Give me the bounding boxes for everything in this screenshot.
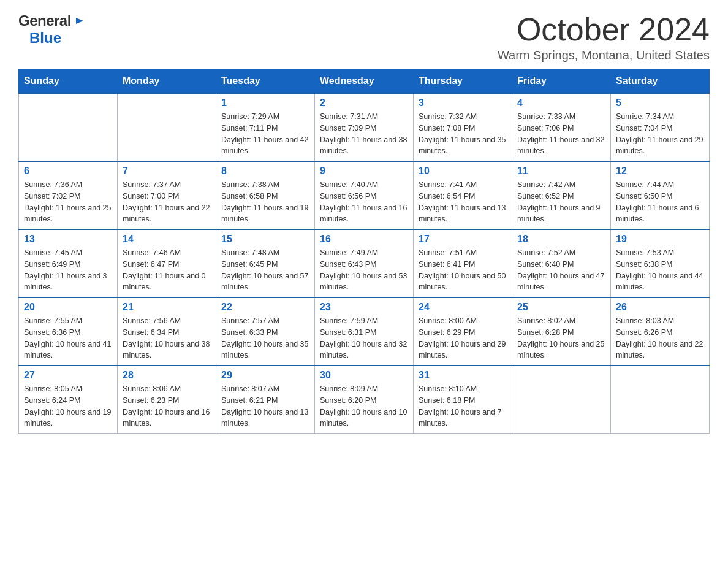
day-number: 16 [320,234,408,245]
location-title: Warm Springs, Montana, United States [498,48,710,63]
day-number: 12 [616,166,704,177]
day-info: Sunrise: 7:46 AMSunset: 6:47 PMDaylight:… [123,247,211,293]
day-info: Sunrise: 7:34 AMSunset: 7:04 PMDaylight:… [616,111,704,157]
day-number: 6 [24,166,112,177]
day-info: Sunrise: 7:41 AMSunset: 6:54 PMDaylight:… [419,179,507,225]
day-info: Sunrise: 7:32 AMSunset: 7:08 PMDaylight:… [419,111,507,157]
day-info: Sunrise: 7:37 AMSunset: 7:00 PMDaylight:… [123,179,211,225]
day-number: 7 [123,166,211,177]
calendar-cell: 15Sunrise: 7:48 AMSunset: 6:45 PMDayligh… [216,229,315,297]
weekday-header-friday: Friday [512,69,611,94]
weekday-header-wednesday: Wednesday [315,69,414,94]
day-info: Sunrise: 7:52 AMSunset: 6:40 PMDaylight:… [517,247,605,293]
weekday-header-monday: Monday [118,69,216,94]
day-info: Sunrise: 7:33 AMSunset: 7:06 PMDaylight:… [517,111,605,157]
logo: General Blue [18,12,85,47]
day-info: Sunrise: 7:29 AMSunset: 7:11 PMDaylight:… [221,111,309,157]
calendar-cell: 13Sunrise: 7:45 AMSunset: 6:49 PMDayligh… [19,229,118,297]
calendar-cell: 7Sunrise: 7:37 AMSunset: 7:00 PMDaylight… [118,161,216,229]
calendar-cell: 8Sunrise: 7:38 AMSunset: 6:58 PMDaylight… [216,161,315,229]
day-number: 24 [419,302,507,313]
day-info: Sunrise: 8:02 AMSunset: 6:28 PMDaylight:… [517,315,605,361]
weekday-header-sunday: Sunday [19,69,118,94]
calendar-cell: 12Sunrise: 7:44 AMSunset: 6:50 PMDayligh… [611,161,710,229]
day-number: 30 [320,370,408,381]
calendar-cell [118,93,216,161]
day-number: 18 [517,234,605,245]
logo-general-text: General [18,12,71,29]
day-info: Sunrise: 7:42 AMSunset: 6:52 PMDaylight:… [517,179,605,225]
weekday-header-tuesday: Tuesday [216,69,315,94]
day-info: Sunrise: 7:40 AMSunset: 6:56 PMDaylight:… [320,179,408,225]
calendar-cell: 3Sunrise: 7:32 AMSunset: 7:08 PMDaylight… [414,93,512,161]
day-info: Sunrise: 8:10 AMSunset: 6:18 PMDaylight:… [419,383,507,429]
calendar-cell: 28Sunrise: 8:06 AMSunset: 6:23 PMDayligh… [118,366,216,434]
week-row-3: 13Sunrise: 7:45 AMSunset: 6:49 PMDayligh… [19,229,710,297]
logo-blue-text: Blue [29,29,61,46]
day-number: 31 [419,370,507,381]
calendar-cell: 4Sunrise: 7:33 AMSunset: 7:06 PMDaylight… [512,93,611,161]
day-number: 1 [221,98,309,109]
calendar-cell: 1Sunrise: 7:29 AMSunset: 7:11 PMDaylight… [216,93,315,161]
week-row-5: 27Sunrise: 8:05 AMSunset: 6:24 PMDayligh… [19,366,710,434]
day-info: Sunrise: 7:57 AMSunset: 6:33 PMDaylight:… [221,315,309,361]
day-info: Sunrise: 7:36 AMSunset: 7:02 PMDaylight:… [24,179,112,225]
calendar-cell: 29Sunrise: 8:07 AMSunset: 6:21 PMDayligh… [216,366,315,434]
week-row-2: 6Sunrise: 7:36 AMSunset: 7:02 PMDaylight… [19,161,710,229]
calendar-cell: 26Sunrise: 8:03 AMSunset: 6:26 PMDayligh… [611,297,710,366]
day-number: 26 [616,302,704,313]
calendar-cell: 27Sunrise: 8:05 AMSunset: 6:24 PMDayligh… [19,366,118,434]
month-title: October 2024 [498,12,710,47]
calendar-cell: 17Sunrise: 7:51 AMSunset: 6:41 PMDayligh… [414,229,512,297]
calendar-table: SundayMondayTuesdayWednesdayThursdayFrid… [18,69,710,434]
day-info: Sunrise: 7:55 AMSunset: 6:36 PMDaylight:… [24,315,112,361]
day-number: 5 [616,98,704,109]
day-number: 19 [616,234,704,245]
calendar-cell [512,366,611,434]
calendar-cell: 16Sunrise: 7:49 AMSunset: 6:43 PMDayligh… [315,229,414,297]
title-block: October 2024 Warm Springs, Montana, Unit… [498,12,710,63]
calendar-cell: 9Sunrise: 7:40 AMSunset: 6:56 PMDaylight… [315,161,414,229]
calendar-cell: 11Sunrise: 7:42 AMSunset: 6:52 PMDayligh… [512,161,611,229]
weekday-header-thursday: Thursday [414,69,512,94]
day-info: Sunrise: 8:09 AMSunset: 6:20 PMDaylight:… [320,383,408,429]
day-number: 28 [123,370,211,381]
day-info: Sunrise: 8:05 AMSunset: 6:24 PMDaylight:… [24,383,112,429]
calendar-cell: 2Sunrise: 7:31 AMSunset: 7:09 PMDaylight… [315,93,414,161]
day-info: Sunrise: 7:51 AMSunset: 6:41 PMDaylight:… [419,247,507,293]
calendar-cell [19,93,118,161]
day-number: 11 [517,166,605,177]
day-number: 2 [320,98,408,109]
calendar-cell: 30Sunrise: 8:09 AMSunset: 6:20 PMDayligh… [315,366,414,434]
day-info: Sunrise: 7:31 AMSunset: 7:09 PMDaylight:… [320,111,408,157]
day-number: 14 [123,234,211,245]
day-info: Sunrise: 7:56 AMSunset: 6:34 PMDaylight:… [123,315,211,361]
calendar-cell [611,366,710,434]
day-number: 4 [517,98,605,109]
day-number: 17 [419,234,507,245]
day-number: 25 [517,302,605,313]
calendar-cell: 23Sunrise: 7:59 AMSunset: 6:31 PMDayligh… [315,297,414,366]
calendar-cell: 24Sunrise: 8:00 AMSunset: 6:29 PMDayligh… [414,297,512,366]
calendar-cell: 20Sunrise: 7:55 AMSunset: 6:36 PMDayligh… [19,297,118,366]
calendar-cell: 5Sunrise: 7:34 AMSunset: 7:04 PMDaylight… [611,93,710,161]
page-header: General Blue October 2024 Warm Springs, … [18,12,710,63]
day-number: 27 [24,370,112,381]
day-info: Sunrise: 7:48 AMSunset: 6:45 PMDaylight:… [221,247,309,293]
day-info: Sunrise: 8:03 AMSunset: 6:26 PMDaylight:… [616,315,704,361]
calendar-cell: 25Sunrise: 8:02 AMSunset: 6:28 PMDayligh… [512,297,611,366]
calendar-cell: 10Sunrise: 7:41 AMSunset: 6:54 PMDayligh… [414,161,512,229]
week-row-1: 1Sunrise: 7:29 AMSunset: 7:11 PMDaylight… [19,93,710,161]
day-number: 10 [419,166,507,177]
weekday-header-row: SundayMondayTuesdayWednesdayThursdayFrid… [19,69,710,94]
day-number: 21 [123,302,211,313]
week-row-4: 20Sunrise: 7:55 AMSunset: 6:36 PMDayligh… [19,297,710,366]
calendar-cell: 19Sunrise: 7:53 AMSunset: 6:38 PMDayligh… [611,229,710,297]
day-number: 15 [221,234,309,245]
day-number: 20 [24,302,112,313]
calendar-cell: 31Sunrise: 8:10 AMSunset: 6:18 PMDayligh… [414,366,512,434]
day-number: 13 [24,234,112,245]
svg-marker-0 [76,18,83,24]
weekday-header-saturday: Saturday [611,69,710,94]
day-info: Sunrise: 7:38 AMSunset: 6:58 PMDaylight:… [221,179,309,225]
